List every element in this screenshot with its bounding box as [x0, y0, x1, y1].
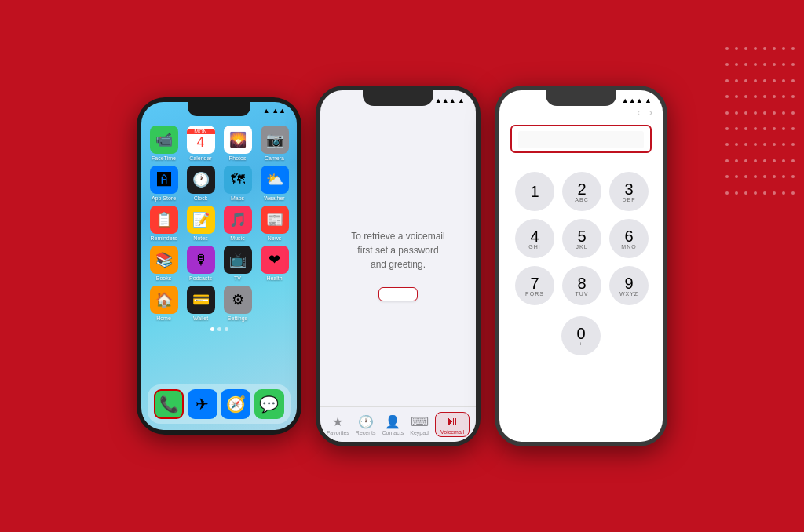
- home-icon: 🏠: [150, 286, 178, 314]
- phone1-icons: ▲ ▲▲: [263, 107, 286, 115]
- phone2-wrapper: ▲▲▲ ▲ To retrieve a voicemailfirst set a…: [316, 86, 481, 446]
- numpad-9[interactable]: 9 WXYZ: [609, 266, 649, 305]
- tab-favorites[interactable]: ★ Favorites: [327, 414, 349, 435]
- main-container: ▲ ▲▲ 📹 FaceTime MON 4 Calendar: [0, 0, 804, 532]
- dock-messages[interactable]: 💬: [254, 389, 284, 419]
- numpad-3[interactable]: 3 DEF: [609, 172, 649, 211]
- news-icon: 📰: [261, 206, 289, 234]
- dock: 📞 ✈ 🧭 💬: [148, 384, 291, 424]
- numpad-4[interactable]: 4 GHI: [515, 219, 554, 258]
- phone2-notch: [363, 90, 433, 106]
- tab-recents[interactable]: 🕐 Recents: [356, 414, 376, 435]
- page-dot-3: [225, 327, 228, 331]
- phone3-notch: [546, 90, 616, 106]
- tab-keypad-label: Keypad: [410, 430, 429, 435]
- phone1-frame: ▲ ▲▲ 📹 FaceTime MON 4 Calendar: [137, 97, 302, 435]
- favorites-icon: ★: [332, 414, 343, 429]
- app-appstore[interactable]: 🅰 App Store: [148, 166, 180, 201]
- phone2-screen: ▲▲▲ ▲ To retrieve a voicemailfirst set a…: [320, 90, 476, 442]
- numpad-1[interactable]: 1: [515, 172, 554, 211]
- maps-icon: 🗺: [224, 166, 252, 194]
- page-dot-2: [217, 327, 221, 331]
- numpad-6[interactable]: 6 MNO: [609, 219, 649, 258]
- keypad-icon: ⌨: [411, 414, 429, 429]
- numpad-5[interactable]: 5 JKL: [562, 219, 601, 258]
- app-settings[interactable]: ⚙ Settings: [221, 286, 254, 321]
- facetime-icon: 📹: [150, 126, 178, 154]
- dock-phone[interactable]: 📞: [154, 389, 184, 419]
- tab-voicemail-label: Voicemail: [440, 429, 464, 435]
- voicemail-icon: ⏯: [446, 414, 459, 428]
- page-dot-1: [210, 327, 214, 331]
- calendar-icon: MON 4: [187, 126, 215, 154]
- numpad: 1 2 ABC 3 DEF 4 GHI: [499, 161, 663, 316]
- tab-contacts-label: Contacts: [382, 430, 404, 435]
- phone3-frame: ▲▲▲ ▲ 1 2: [495, 86, 667, 446]
- phone2-description: To retrieve a voicemailfirst set a passw…: [351, 229, 444, 271]
- phone1-wrapper: ▲ ▲▲ 📹 FaceTime MON 4 Calendar: [137, 97, 302, 435]
- tab-bar: ★ Favorites 🕐 Recents 👤 Contacts ⌨ Keypa…: [320, 406, 476, 442]
- phone1-notch: [188, 102, 250, 116]
- numpad-zero-row: 0 +: [499, 316, 663, 363]
- app-camera[interactable]: 📷 Camera: [258, 126, 291, 161]
- numpad-2[interactable]: 2 ABC: [562, 172, 601, 211]
- numpad-0[interactable]: 0 +: [561, 316, 601, 355]
- app-home[interactable]: 🏠 Home: [148, 286, 180, 321]
- password-field[interactable]: [518, 131, 644, 148]
- clock-icon: 🕐: [187, 166, 215, 194]
- tab-keypad[interactable]: ⌨ Keypad: [410, 414, 429, 435]
- numpad-7[interactable]: 7 PQRS: [515, 266, 554, 305]
- tab-favorites-label: Favorites: [327, 430, 349, 435]
- app-photos[interactable]: 🌄 Photos: [221, 126, 254, 161]
- phone3-nav: [499, 104, 663, 122]
- phone3-wrapper: ▲▲▲ ▲ 1 2: [495, 86, 667, 446]
- settings-icon: ⚙: [224, 286, 252, 314]
- app-facetime[interactable]: 📹 FaceTime: [148, 126, 180, 161]
- weather-icon: ⛅: [261, 166, 289, 194]
- app-reminders[interactable]: 📋 Reminders: [148, 206, 180, 241]
- app-clock[interactable]: 🕐 Clock: [185, 166, 217, 201]
- contacts-icon: 👤: [385, 414, 400, 429]
- music-icon: 🎵: [224, 206, 252, 234]
- app-calendar[interactable]: MON 4 Calendar: [185, 126, 217, 161]
- numpad-8[interactable]: 8 TUV: [562, 266, 601, 305]
- app-wallet[interactable]: 💳 Wallet: [185, 286, 217, 321]
- app-notes[interactable]: 📝 Notes: [185, 206, 217, 241]
- app-music[interactable]: 🎵 Music: [221, 206, 254, 241]
- app-podcasts[interactable]: 🎙 Podcasts: [185, 246, 217, 281]
- phone2-body: To retrieve a voicemailfirst set a passw…: [320, 123, 476, 406]
- app-books[interactable]: 📚 Books: [148, 246, 180, 281]
- books-icon: 📚: [150, 246, 178, 274]
- notes-icon: 📝: [187, 206, 215, 234]
- app-tv[interactable]: 📺 TV: [221, 246, 254, 281]
- phone3-screen: ▲▲▲ ▲ 1 2: [499, 90, 663, 442]
- tab-recents-label: Recents: [356, 430, 376, 435]
- tv-icon: 📺: [224, 246, 252, 274]
- phone1-screen: ▲ ▲▲ 📹 FaceTime MON 4 Calendar: [141, 102, 297, 430]
- phone3-signal: ▲▲▲ ▲: [622, 97, 652, 104]
- tab-voicemail[interactable]: ⏯ Voicemail: [435, 412, 470, 437]
- page-dots: [141, 327, 297, 331]
- phone2-signal: ▲▲▲ ▲: [435, 97, 465, 104]
- recents-icon: 🕐: [358, 414, 374, 429]
- health-icon: ❤: [261, 246, 289, 274]
- camera-icon: 📷: [261, 126, 289, 154]
- wallet-icon: 💳: [187, 286, 215, 314]
- reminders-icon: 📋: [150, 206, 178, 234]
- app-health[interactable]: ❤ Health: [258, 246, 291, 281]
- appstore-icon: 🅰: [150, 166, 178, 194]
- nav-done-button[interactable]: [638, 111, 652, 115]
- app-weather[interactable]: ⛅ Weather: [258, 166, 291, 201]
- app-grid: 📹 FaceTime MON 4 Calendar 🌄 Photos: [141, 122, 297, 324]
- tab-contacts[interactable]: 👤 Contacts: [382, 414, 404, 435]
- photos-icon: 🌄: [224, 126, 252, 154]
- dock-mail[interactable]: ✈: [188, 389, 217, 419]
- dock-safari[interactable]: 🧭: [221, 389, 250, 419]
- password-input-area: [510, 125, 652, 153]
- app-news[interactable]: 📰 News: [258, 206, 291, 241]
- app-maps[interactable]: 🗺 Maps: [221, 166, 254, 201]
- phone2-title: [320, 104, 476, 123]
- setup-now-button[interactable]: [378, 287, 418, 301]
- podcasts-icon: 🎙: [187, 246, 215, 274]
- phone2-frame: ▲▲▲ ▲ To retrieve a voicemailfirst set a…: [316, 86, 481, 446]
